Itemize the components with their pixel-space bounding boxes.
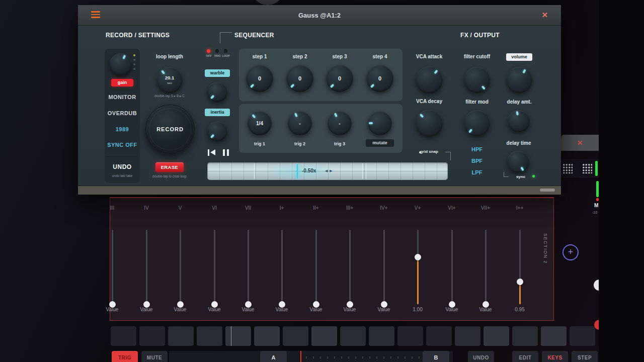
hpf-button[interactable]: HPF <box>452 146 502 152</box>
mixer-column-label: IV+ <box>367 205 401 211</box>
lpf-button[interactable]: LPF <box>452 169 502 175</box>
slider-thumb[interactable] <box>517 279 523 285</box>
timeline-strip[interactable]: A B <box>169 351 453 362</box>
gain-badge[interactable]: gain <box>111 79 133 86</box>
mixer-slider[interactable] <box>281 230 283 304</box>
loop-length-knob[interactable]: 20.1sec <box>156 67 183 93</box>
slider-thumb[interactable] <box>415 254 421 260</box>
volume-knob[interactable] <box>506 67 532 93</box>
sync-label[interactable]: sync <box>511 174 531 179</box>
mixer-slider[interactable] <box>519 230 521 304</box>
sync-off-toggle[interactable]: SYNC OFF <box>105 142 140 148</box>
monitor-toggle[interactable]: MONITOR <box>105 94 140 100</box>
overdub-toggle[interactable]: OVERDUB <box>105 110 140 116</box>
mode-trig-led[interactable] <box>215 49 219 53</box>
pad[interactable] <box>283 326 308 346</box>
gain-knob[interactable] <box>110 53 132 75</box>
mixer-slider[interactable] <box>214 230 215 304</box>
delay-time-knob[interactable] <box>507 151 529 173</box>
pad[interactable] <box>340 326 366 346</box>
mixer-slider[interactable] <box>315 230 317 304</box>
warble-badge[interactable]: warble <box>205 69 230 77</box>
delay-amount-knob[interactable] <box>508 110 530 132</box>
pause-button[interactable] <box>223 149 229 156</box>
pad[interactable] <box>111 326 136 346</box>
inertia-badge[interactable]: inertia <box>205 109 230 116</box>
pads-view-icon[interactable] <box>582 163 592 173</box>
pad[interactable] <box>484 326 509 346</box>
pad[interactable] <box>254 326 280 346</box>
level-meter <box>595 161 598 176</box>
mixer-column-value: Value <box>265 307 299 312</box>
mixer-slider[interactable] <box>146 230 147 304</box>
screen: III Value IV Value V Value VI Value VII … <box>0 0 644 362</box>
trig-button[interactable]: TRIG <box>112 351 138 362</box>
pad[interactable] <box>541 326 567 346</box>
marker-b-button[interactable]: B <box>423 351 449 362</box>
mixer-slider[interactable] <box>349 230 351 304</box>
mixer-column-label: VII+ <box>468 205 503 211</box>
grid-view-icon[interactable] <box>562 163 573 173</box>
marker-a-button[interactable]: A <box>260 351 287 362</box>
edit-button[interactable]: EDIT <box>512 351 538 362</box>
resize-handle[interactable] <box>540 189 555 192</box>
skip-back-button[interactable] <box>208 149 215 156</box>
pad[interactable] <box>397 326 423 346</box>
screen-edge <box>599 0 644 362</box>
mixer-slider[interactable] <box>417 230 419 304</box>
waveform-display[interactable]: -0.50x ◀ ▶ <box>207 162 448 180</box>
pad[interactable] <box>225 326 251 346</box>
vca-attack-knob[interactable] <box>416 66 443 94</box>
record-button[interactable]: RECORD <box>145 105 195 154</box>
vca-decay-knob[interactable] <box>416 110 443 137</box>
close-icon[interactable]: ✕ <box>577 139 583 147</box>
mixer-slider[interactable] <box>180 230 181 304</box>
trig-2-knob[interactable]: - <box>288 111 312 135</box>
waveform-playhead[interactable] <box>297 164 298 178</box>
erase-button[interactable]: ERASE <box>155 162 184 172</box>
mixer-slider[interactable] <box>112 230 113 304</box>
step-4-knob[interactable]: 0 <box>366 65 393 92</box>
filter-mod-knob[interactable] <box>464 110 490 136</box>
step-1-knob[interactable]: 0 <box>246 65 273 92</box>
step-3-knob[interactable]: 0 <box>326 65 353 92</box>
mute-button[interactable]: MUTE <box>141 351 168 362</box>
undo-take-button[interactable]: UNDO <box>105 163 140 170</box>
trig-1-knob[interactable]: 1/4 <box>248 111 272 135</box>
pad[interactable] <box>369 326 394 346</box>
mode-1989-toggle[interactable]: 1989 <box>105 126 140 132</box>
mixer-slider[interactable] <box>451 230 453 304</box>
step-2-knob[interactable]: 0 <box>286 65 313 92</box>
pad[interactable] <box>570 326 595 346</box>
pad[interactable] <box>512 326 538 346</box>
mutate-badge[interactable]: mutate <box>366 139 394 147</box>
pad[interactable] <box>168 326 194 346</box>
bpf-button[interactable]: BPF <box>452 158 502 164</box>
pad[interactable] <box>426 326 452 346</box>
undo-button[interactable]: UNDO <box>468 351 494 362</box>
pad[interactable] <box>311 326 337 346</box>
volume-badge[interactable]: volume <box>506 53 532 61</box>
filter-cutoff-knob[interactable] <box>464 67 490 93</box>
pad[interactable] <box>455 326 480 346</box>
mixer-slider[interactable] <box>248 230 249 304</box>
inertia-knob[interactable] <box>207 121 227 141</box>
mode-off-led[interactable] <box>207 49 210 53</box>
trig-3-knob[interactable]: - <box>328 111 352 135</box>
mixer-column-value: 1.00 <box>400 307 435 312</box>
keys-button[interactable]: KEYS <box>542 351 568 362</box>
mixer-column-value: Value <box>197 307 231 312</box>
warble-knob[interactable] <box>207 82 227 102</box>
pad[interactable] <box>197 326 222 346</box>
close-icon[interactable]: ✕ <box>541 11 548 20</box>
pad[interactable] <box>139 326 165 346</box>
mixer-slider[interactable] <box>485 230 487 304</box>
mode-loop-led[interactable] <box>224 49 227 53</box>
knob-indicator <box>410 104 448 142</box>
slider-fill <box>417 257 419 304</box>
knob-indicator <box>203 117 232 146</box>
step-button[interactable]: STEP <box>572 351 598 362</box>
mutate-knob[interactable] <box>368 111 392 135</box>
add-button[interactable]: + <box>562 244 579 260</box>
mixer-slider[interactable] <box>383 230 385 304</box>
